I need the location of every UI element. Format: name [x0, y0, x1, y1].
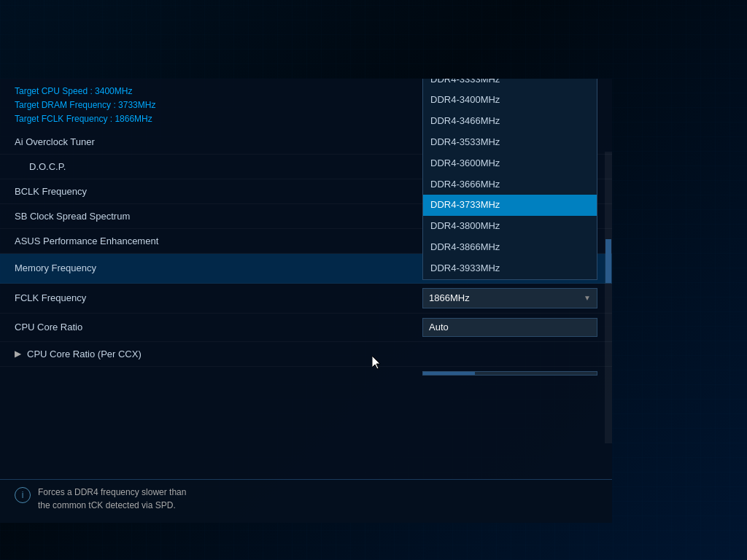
label-memory-freq: Memory Frequency [15, 262, 422, 273]
main-container: ASUS 06/07/2022 Tuesday 12:47 ⚙ | UEFI B… [0, 0, 747, 560]
memory-freq-dropdown-wrap: DDR4-3333MHz DDR4-3400MHz DDR4-3466MHz D… [422, 258, 597, 279]
cpu-core-ratio-input[interactable] [422, 318, 597, 337]
scroll-indicator-row [0, 367, 612, 380]
expand-arrow: ▶ [15, 349, 21, 359]
ddr4-3333[interactable]: DDR4-3333MHz [423, 79, 597, 90]
ddr4-3866[interactable]: DDR4-3866MHz [423, 237, 597, 258]
description-box: i Forces a DDR4 frequency slower than th… [0, 479, 612, 523]
ddr4-3600[interactable]: DDR4-3600MHz [423, 153, 597, 174]
ddr4-3400[interactable]: DDR4-3400MHz [423, 90, 597, 111]
setting-cpu-ccx-expand[interactable]: ▶ CPU Core Ratio (Per CCX) [0, 342, 612, 367]
ddr4-3533[interactable]: DDR4-3533MHz [423, 132, 597, 153]
setting-memory-freq[interactable]: Memory Frequency DDR4-3333MHz DDR4-3400M… [0, 254, 612, 284]
ddr4-3666[interactable]: DDR4-3666MHz [423, 174, 597, 195]
main-scrollbar[interactable] [605, 152, 612, 443]
ddr4-3733[interactable]: DDR4-3733MHz [423, 195, 597, 216]
ddr4-3933[interactable]: DDR4-3933MHz [423, 258, 597, 279]
fclk-dropdown-wrap: 1866MHz ▼ [422, 288, 597, 308]
fclk-dropdown-field[interactable]: 1866MHz ▼ [422, 288, 597, 308]
label-cpu-core-ratio: CPU Core Ratio [15, 322, 422, 332]
main-panel: Target CPU Speed : 3400MHz Target DRAM F… [0, 79, 612, 523]
settings-list: Ai Overclock Tuner D.O.C.P. BCLK Frequen… [0, 130, 612, 380]
memory-freq-dropdown-menu[interactable]: DDR4-3333MHz DDR4-3400MHz DDR4-3466MHz D… [422, 79, 597, 280]
setting-cpu-core-ratio: CPU Core Ratio [0, 314, 612, 342]
ddr4-3800[interactable]: DDR4-3800MHz [423, 216, 597, 237]
label-cpu-ccx: CPU Core Ratio (Per CCX) [27, 349, 597, 359]
label-fclk: FCLK Frequency [15, 292, 422, 303]
scrollbar-thumb[interactable] [605, 239, 611, 283]
description-text: Forces a DDR4 frequency slower than the … [38, 486, 186, 512]
ddr4-3466[interactable]: DDR4-3466MHz [423, 111, 597, 132]
info-icon: i [15, 487, 31, 503]
setting-fclk[interactable]: FCLK Frequency 1866MHz ▼ [0, 284, 612, 314]
fclk-dropdown-arrow: ▼ [584, 294, 591, 302]
